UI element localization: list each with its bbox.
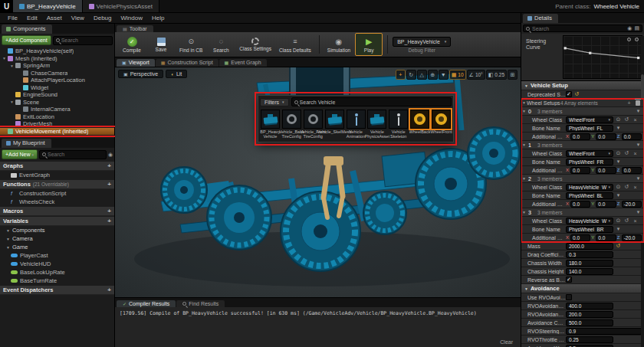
tree-item-vehiclemovement[interactable]: VehicleMovement (Inherited)	[0, 128, 114, 136]
compile-button[interactable]: ✓Compile	[118, 33, 146, 56]
offset-z-field[interactable]: 0.0	[622, 133, 642, 140]
menu-view[interactable]: View	[67, 15, 89, 21]
wheel-class-dropdown[interactable]: WheelFront▾	[566, 150, 613, 157]
clear-icon[interactable]: ×	[632, 218, 639, 224]
event-dispatchers-section[interactable]: Event Dispatchers+	[0, 286, 114, 295]
tree-item-drivermesh[interactable]: DriverMesh	[0, 120, 114, 128]
tree-item-self[interactable]: BP_HeavyVehicle(self)	[0, 47, 114, 55]
wheel-class-dropdown[interactable]: WheelFront▾	[566, 116, 613, 123]
tree-item-widget[interactable]: Widget	[0, 84, 114, 92]
tree-item-springarm[interactable]: ▼SpringArm	[0, 62, 114, 70]
3d-viewport[interactable]: ▣Perspective ◐Lit + ↻ △ ⊕ ▼ ▦10 ∠10° ◧0.…	[115, 67, 521, 297]
offset-x-field[interactable]: 0.0	[570, 234, 590, 241]
my-blueprint-panel-tab[interactable]: My Blueprint	[2, 139, 51, 148]
macros-section[interactable]: Macros+	[0, 207, 114, 216]
tab-vehiclephysicsasset[interactable]: VehiclePhysicsAsset	[83, 0, 159, 12]
details-search[interactable]: ◉ ▤	[523, 25, 642, 32]
steering-curve-graph[interactable]	[563, 35, 642, 79]
expander-icon[interactable]: ▼	[10, 100, 15, 104]
bone-name-field[interactable]: PhysWheel_FR	[566, 159, 613, 165]
item-eventgraph[interactable]: EventGraph	[0, 171, 114, 179]
chassis-width-field[interactable]: 180.0	[566, 260, 613, 267]
array-element-header[interactable]: ▼ 2 3 members ▾	[521, 175, 644, 183]
asset-tile-front-tireconfig[interactable]: Vehicle_Front TireConfig	[303, 110, 324, 139]
variable-baseturnrate[interactable]: BaseTurnRate	[0, 277, 114, 285]
surface-snap-icon[interactable]: ▼	[439, 70, 449, 80]
add-dispatcher-icon[interactable]: +	[107, 286, 111, 293]
offset-x-field[interactable]: 0.0	[570, 167, 590, 174]
wheel-class-dropdown[interactable]: HeavyVehicle_W▾	[566, 184, 613, 191]
avoidance-consideration-field[interactable]: 500.0	[566, 319, 613, 326]
rotate-tool-icon[interactable]: ↻	[406, 70, 416, 80]
avoidance-weight-field[interactable]: 0.5	[566, 345, 613, 347]
view-options-icon[interactable]: ▤	[634, 25, 639, 31]
components-search-input[interactable]	[61, 38, 110, 43]
array-element-header[interactable]: ▼ 0 3 members ▾	[521, 107, 644, 116]
menu-asset[interactable]: Asset	[42, 15, 67, 21]
scale-snap-toggle[interactable]: ◧0.25	[486, 70, 507, 80]
browse-icon[interactable]: ⊙	[615, 116, 622, 123]
array-element-header[interactable]: ▼ 1 3 members ▾	[521, 141, 644, 149]
bone-picker-icon[interactable]: ▾	[615, 125, 622, 131]
search-button[interactable]: ◌Search	[207, 33, 235, 56]
class-settings-button[interactable]: Class Settings	[236, 33, 274, 56]
mass-field[interactable]: 2000.0	[566, 243, 613, 250]
array-element-header[interactable]: ▼ 3 3 members ▾	[521, 208, 644, 217]
asset-tile-anim-blueprint[interactable]: Vehicle Animation Blueprint	[346, 110, 366, 139]
reverse-as-brake-checkbox[interactable]	[566, 277, 572, 283]
expander-icon[interactable]: ▼	[521, 210, 527, 214]
variable-baselookuprate[interactable]: BaseLookUpRate	[0, 268, 114, 277]
offset-x-field[interactable]: 0.0	[570, 201, 590, 208]
clear-icon[interactable]: ×	[632, 151, 639, 156]
wheel-class-dropdown[interactable]: HeavyVehicle_W▾	[566, 218, 613, 224]
tree-item-internalcamera[interactable]: InternalCamera	[0, 106, 114, 113]
add-new-button[interactable]: +Add New▾	[2, 149, 38, 159]
asset-tile-skelmesh[interactable]: Vehicle_SkelMesh	[324, 110, 345, 134]
offset-y-field[interactable]: 0.0	[596, 167, 616, 174]
tab-compiler-results[interactable]: ✓Compiler Results	[117, 300, 176, 307]
avoidance-header[interactable]: ▼Avoidance	[521, 284, 644, 293]
my-blueprint-search[interactable]	[39, 150, 107, 159]
add-function-icon[interactable]: +	[107, 181, 111, 188]
browse-icon[interactable]: ⊙	[615, 184, 622, 190]
rvo-radius-field[interactable]: 400.0	[566, 303, 613, 309]
play-button[interactable]: ▶Play	[355, 33, 383, 56]
tree-item-scene[interactable]: ▼Scene	[0, 99, 114, 106]
bone-name-field[interactable]: PhysWheel_BL	[566, 192, 613, 199]
asset-tile-wheelback[interactable]: WheelBack	[409, 110, 430, 134]
graphs-section[interactable]: Graphs+	[0, 162, 114, 171]
use-rvo-checkbox[interactable]	[566, 294, 572, 300]
perspective-dropdown[interactable]: ▣Perspective	[118, 70, 163, 78]
item-constructionscript[interactable]: fConstructionScript	[0, 189, 114, 198]
offset-y-field[interactable]: 0.0	[596, 133, 616, 140]
menu-help[interactable]: Help	[147, 15, 169, 21]
vehicle-setup-header[interactable]: ▼Vehicle Setup	[521, 81, 644, 90]
bone-name-field[interactable]: PhysWheel_FL	[566, 125, 613, 132]
rvo-throttle-step-field[interactable]: 0.25	[566, 336, 613, 343]
element-options-icon[interactable]: ▾	[635, 142, 642, 148]
rvo-steering-step-field[interactable]: 0.9	[566, 328, 642, 335]
toolbar-tab[interactable]: ▤Toolbar	[117, 25, 153, 32]
clear-icon[interactable]: ×	[632, 117, 639, 123]
tree-item-mesh[interactable]: ▼Mesh (Inherited)	[0, 55, 114, 63]
add-component-button[interactable]: +Add Component	[2, 35, 51, 45]
offset-y-field[interactable]: 0.0	[596, 201, 616, 208]
add-element-icon[interactable]: +	[626, 100, 632, 106]
components-panel-tab[interactable]: Components	[2, 25, 52, 34]
asset-tile-physicsasset[interactable]: Vehicle PhysicsAsset	[366, 110, 387, 139]
reset-icon[interactable]: ↺	[615, 243, 622, 249]
tab-construction-script[interactable]: ▦Construction Script	[156, 59, 219, 67]
browse-icon[interactable]: ⊙	[615, 218, 622, 224]
asset-tile-wheelfront[interactable]: WheelFront	[431, 110, 452, 134]
variables-section[interactable]: Variables+	[0, 217, 114, 226]
use-selected-icon[interactable]: ↺	[623, 150, 630, 156]
expander-icon[interactable]: ▼	[10, 64, 15, 68]
chassis-height-field[interactable]: 140.0	[566, 268, 613, 275]
tab-viewport[interactable]: ▣Viewport	[117, 59, 155, 67]
eye-icon[interactable]: ◉	[627, 25, 632, 31]
filters-button[interactable]: Filters▾	[260, 98, 289, 106]
rotation-snap-toggle[interactable]: ∠10°	[467, 70, 485, 80]
element-options-icon[interactable]: ▾	[635, 108, 642, 114]
my-blueprint-search-input[interactable]	[48, 152, 104, 157]
grid-snap-toggle[interactable]: ▦10	[449, 70, 466, 80]
